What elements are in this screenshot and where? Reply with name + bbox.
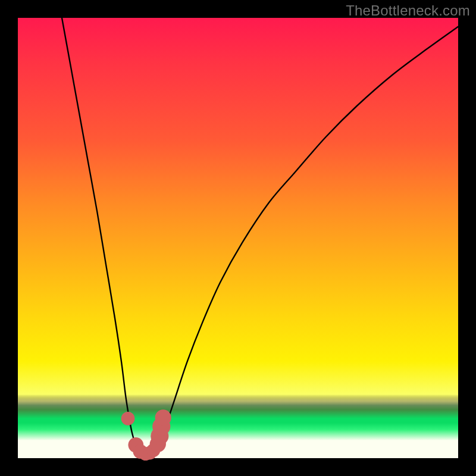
bottleneck-curve-svg [18,18,458,458]
curve-marker [155,409,171,425]
chart-frame: TheBottleneck.com [0,0,476,476]
curve-right-branch [156,27,458,453]
curve-marker [121,412,135,425]
curve-markers [121,409,171,461]
watermark-text: TheBottleneck.com [346,2,470,19]
plot-area [18,18,458,458]
curve-left-branch [62,18,140,453]
